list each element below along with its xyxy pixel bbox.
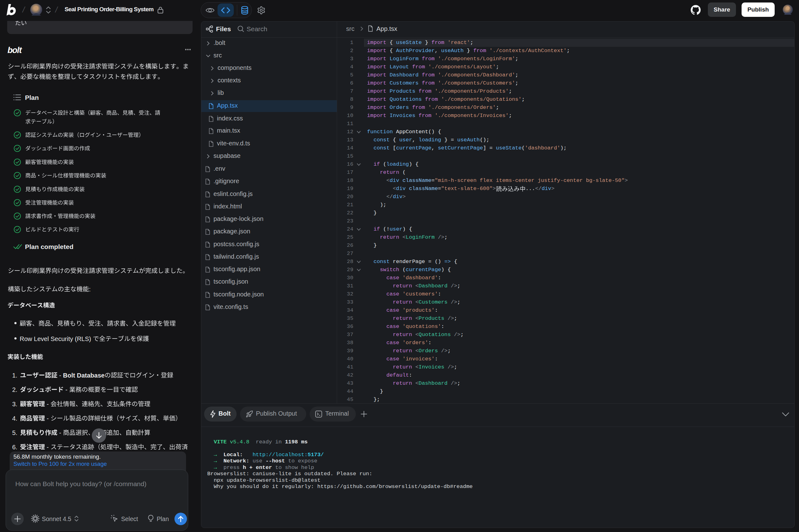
- svg-text:Sonnet 4.5: Sonnet 4.5: [42, 515, 71, 522]
- svg-text:Plan: Plan: [25, 94, 39, 101]
- svg-text:-: -: [57, 429, 63, 436]
- svg-text:Switch to Pro 100 for 2x more: Switch to Pro 100 for 2x more usage: [14, 460, 107, 467]
- svg-text:5.: 5.: [12, 429, 18, 436]
- svg-text:bolt: bolt: [7, 45, 22, 55]
- svg-text:-: -: [45, 401, 51, 407]
- svg-text:1.: 1.: [12, 372, 18, 379]
- svg-text:2.: 2.: [12, 386, 18, 393]
- svg-text::: :: [89, 286, 91, 293]
- svg-text:-: -: [45, 415, 51, 422]
- svg-text:Plan completed: Plan completed: [25, 243, 73, 250]
- svg-text:Bolt Database: Bolt Database: [63, 372, 104, 379]
- svg-text:-: -: [64, 386, 69, 393]
- svg-text:How can Bolt help you today? (: How can Bolt help you today? (or /comman…: [15, 480, 146, 487]
- svg-text:3.: 3.: [12, 401, 18, 407]
- svg-text:Plan: Plan: [157, 515, 169, 522]
- svg-text:4.: 4.: [12, 415, 18, 422]
- svg-text:-: -: [57, 372, 63, 379]
- svg-text:Row Level Security (RLS): Row Level Security (RLS): [20, 336, 93, 342]
- svg-text:Select: Select: [121, 515, 138, 522]
